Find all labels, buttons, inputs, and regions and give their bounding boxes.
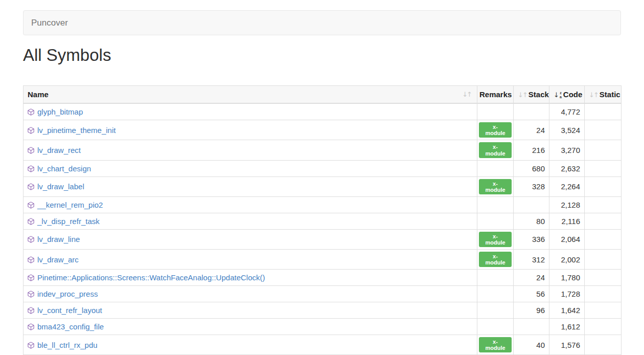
cube-icon xyxy=(28,218,34,225)
table-row: glyph_bitmap 4,772 xyxy=(24,103,622,120)
x-module-badge: x-module xyxy=(479,142,512,158)
column-header-stack[interactable]: ↓↑Stack xyxy=(514,86,549,104)
symbol-link[interactable]: Pinetime::Applications::Screens::WatchFa… xyxy=(37,273,265,282)
sort-both-icon: ↓↑ xyxy=(589,91,598,99)
stack-value: 216 xyxy=(514,140,549,160)
column-header-code[interactable]: ↓zaCode xyxy=(549,86,585,104)
navbar: Puncover xyxy=(23,10,621,35)
stack-value: 328 xyxy=(514,176,549,196)
stack-value: 80 xyxy=(514,213,549,229)
table-row: lv_draw_rect x-module 216 3,270 xyxy=(24,140,622,160)
static-value xyxy=(585,140,622,160)
cube-icon xyxy=(28,291,34,298)
x-module-badge: x-module xyxy=(479,179,512,194)
table-header-row: Name ↓↑ Remarks ↓↑Stack ↓zaCode ↓↑Static xyxy=(24,86,622,104)
code-value: 2,264 xyxy=(549,176,585,196)
remarks-cell xyxy=(477,103,514,120)
symbol-link[interactable]: lv_pinetime_theme_init xyxy=(37,126,116,135)
column-label-stack: Stack xyxy=(528,90,549,99)
symbol-name-cell: lv_draw_rect xyxy=(24,140,477,160)
static-value xyxy=(585,196,622,213)
x-module-badge: x-module xyxy=(479,122,512,138)
symbol-link[interactable]: glyph_bitmap xyxy=(37,107,83,116)
symbol-name-cell: lv_cont_refr_layout xyxy=(24,302,477,319)
x-module-badge: x-module xyxy=(479,252,512,267)
static-value xyxy=(585,103,622,120)
remarks-cell xyxy=(477,160,514,176)
symbol-name-cell: Pinetime::Applications::Screens::WatchFa… xyxy=(24,270,477,286)
symbol-link[interactable]: _lv_disp_refr_task xyxy=(37,217,100,226)
column-header-static[interactable]: ↓↑Static xyxy=(585,86,622,104)
column-header-name[interactable]: Name ↓↑ xyxy=(24,86,477,104)
symbols-table: Name ↓↑ Remarks ↓↑Stack ↓zaCode ↓↑Static xyxy=(23,85,622,355)
symbol-link[interactable]: lv_draw_arc xyxy=(37,255,79,264)
page-container: Puncover All Symbols Name ↓↑ Remarks ↓↑S… xyxy=(23,10,621,355)
stack-value: 24 xyxy=(514,120,549,140)
symbol-link[interactable]: __kernel_rem_pio2 xyxy=(37,201,103,209)
stack-value xyxy=(514,103,549,120)
symbol-name-cell: lv_pinetime_theme_init xyxy=(24,120,477,140)
table-row: lv_draw_arc x-module 312 2,002 xyxy=(24,250,622,270)
remarks-cell xyxy=(477,302,514,319)
column-label-static: Static xyxy=(600,90,620,99)
cube-icon xyxy=(28,108,34,116)
stack-value: 96 xyxy=(514,302,549,319)
code-value: 1,642 xyxy=(549,302,585,319)
symbol-link[interactable]: lv_draw_label xyxy=(37,182,84,191)
remarks-cell xyxy=(477,319,514,335)
symbols-table-body: glyph_bitmap 4,772 lv_pinetime_theme_ini… xyxy=(24,103,622,355)
table-row: lv_draw_label x-module 328 2,264 xyxy=(24,176,622,196)
symbol-name-cell: _lv_disp_refr_task xyxy=(24,213,477,229)
sort-both-icon: ↓↑ xyxy=(518,91,527,99)
cube-icon xyxy=(28,236,34,243)
cube-icon xyxy=(28,274,34,281)
remarks-cell: x-module xyxy=(477,229,514,249)
table-row: _lv_disp_refr_task 80 2,116 xyxy=(24,213,622,229)
static-value xyxy=(585,160,622,176)
symbol-link[interactable]: bma423_config_file xyxy=(37,322,104,331)
symbol-link[interactable]: lv_cont_refr_layout xyxy=(37,306,102,315)
static-value xyxy=(585,176,622,196)
symbol-link[interactable]: lv_draw_line xyxy=(37,235,80,243)
symbol-link[interactable]: ble_ll_ctrl_rx_pdu xyxy=(37,341,98,349)
x-module-badge: x-module xyxy=(479,232,512,247)
table-row: ble_ll_ctrl_rx_pdu x-module 40 1,576 xyxy=(24,335,622,355)
table-row: bma423_config_file 1,612 xyxy=(24,319,622,335)
cube-icon xyxy=(28,256,34,263)
code-value: 4,772 xyxy=(549,103,585,120)
static-value xyxy=(585,286,622,302)
symbol-name-cell: lv_draw_label xyxy=(24,176,477,196)
symbol-link[interactable]: lv_chart_design xyxy=(37,164,91,173)
column-header-remarks[interactable]: Remarks xyxy=(477,86,514,104)
code-value: 1,780 xyxy=(549,270,585,286)
cube-icon xyxy=(28,183,34,190)
x-module-badge: x-module xyxy=(479,337,512,352)
static-value xyxy=(585,250,622,270)
table-row: lv_pinetime_theme_init x-module 24 3,524 xyxy=(24,120,622,140)
static-value xyxy=(585,213,622,229)
page-title: All Symbols xyxy=(23,46,621,64)
table-row: lv_chart_design 680 2,632 xyxy=(24,160,622,176)
symbol-name-cell: lv_draw_line xyxy=(24,229,477,249)
remarks-cell xyxy=(477,270,514,286)
static-value xyxy=(585,302,622,319)
remarks-cell: x-module xyxy=(477,120,514,140)
code-value: 2,632 xyxy=(549,160,585,176)
remarks-cell: x-module xyxy=(477,176,514,196)
static-value xyxy=(585,229,622,249)
symbol-name-cell: bma423_config_file xyxy=(24,319,477,335)
sort-both-icon: ↓↑ xyxy=(462,91,471,98)
navbar-brand-link[interactable]: Puncover xyxy=(31,18,68,28)
remarks-cell: x-module xyxy=(477,250,514,270)
cube-icon xyxy=(28,127,34,134)
code-value: 3,270 xyxy=(549,140,585,160)
symbol-link[interactable]: lv_draw_rect xyxy=(37,146,81,154)
code-value: 2,116 xyxy=(549,213,585,229)
symbol-name-cell: lv_draw_arc xyxy=(24,250,477,270)
column-label-code: Code xyxy=(563,90,583,99)
symbol-link[interactable]: indev_proc_press xyxy=(37,290,98,298)
sort-descending-icon: ↓za xyxy=(554,91,562,99)
cube-icon xyxy=(28,323,34,330)
symbol-name-cell: lv_chart_design xyxy=(24,160,477,176)
static-value xyxy=(585,335,622,355)
